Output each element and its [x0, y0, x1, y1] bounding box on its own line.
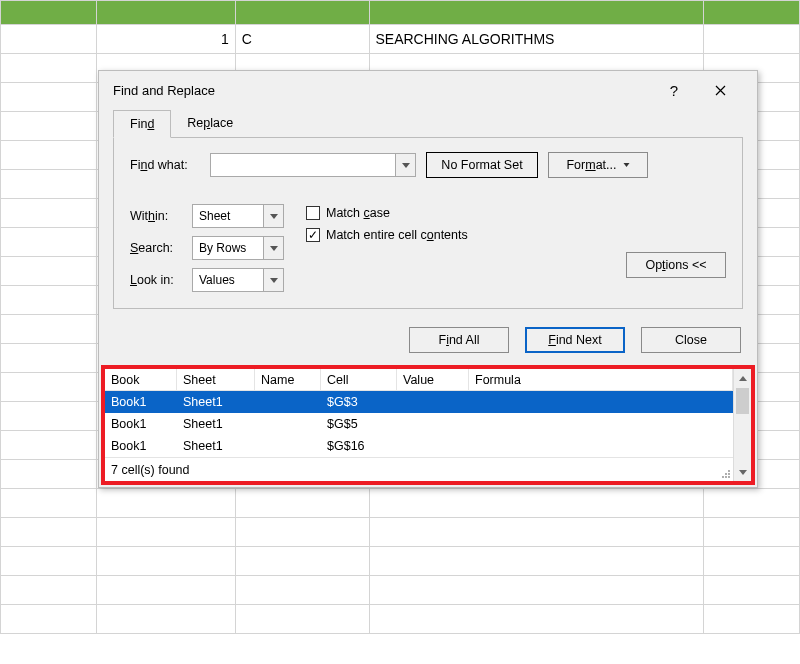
- svg-point-1: [725, 473, 727, 475]
- match-entire-checkbox[interactable]: [306, 228, 320, 242]
- no-format-button[interactable]: No Format Set: [426, 152, 538, 178]
- resize-grip-icon[interactable]: [719, 467, 731, 479]
- results-scrollbar[interactable]: [733, 369, 751, 481]
- results-row[interactable]: Book1 Sheet1 $G$16: [105, 435, 733, 457]
- results-status: 7 cell(s) found: [105, 457, 733, 481]
- results-row[interactable]: Book1 Sheet1 $G$5: [105, 413, 733, 435]
- chevron-down-icon[interactable]: [263, 269, 283, 291]
- find-all-button[interactable]: Find All: [409, 327, 509, 353]
- tab-find[interactable]: Find: [113, 110, 171, 138]
- scroll-up-icon[interactable]: [734, 369, 751, 387]
- find-what-input[interactable]: [210, 153, 416, 177]
- close-icon[interactable]: [697, 71, 743, 109]
- svg-point-5: [728, 476, 730, 478]
- format-button[interactable]: Format...: [548, 152, 648, 178]
- svg-point-4: [725, 476, 727, 478]
- dialog-body: Find what: No Format Set Format... Withi…: [113, 137, 743, 309]
- lookin-label: Look in:: [130, 273, 182, 287]
- dialog-title: Find and Replace: [113, 83, 651, 98]
- find-replace-dialog: Find and Replace ? Find Replace Find wha…: [98, 70, 758, 488]
- dialog-titlebar[interactable]: Find and Replace ?: [99, 71, 757, 109]
- within-label: Within:: [130, 209, 182, 223]
- cell-c2[interactable]: C: [235, 25, 369, 54]
- options-button[interactable]: Options <<: [626, 252, 726, 278]
- results-header[interactable]: Book Sheet Name Cell Value Formula: [105, 369, 733, 391]
- col-formula[interactable]: Formula: [469, 369, 733, 390]
- scrollbar-thumb[interactable]: [736, 388, 749, 414]
- svg-point-3: [722, 476, 724, 478]
- lookin-select[interactable]: Values: [192, 268, 284, 292]
- match-case-label: Match case: [326, 206, 390, 220]
- cell-b2[interactable]: 1: [97, 25, 236, 54]
- find-what-label: Find what:: [130, 158, 200, 172]
- chevron-down-icon[interactable]: [263, 205, 283, 227]
- col-sheet[interactable]: Sheet: [177, 369, 255, 390]
- cell-d2[interactable]: SEARCHING ALGORITHMS: [369, 25, 703, 54]
- results-panel: Book Sheet Name Cell Value Formula Book1…: [101, 365, 755, 485]
- match-entire-label: Match entire cell contents: [326, 228, 468, 242]
- svg-point-2: [728, 473, 730, 475]
- chevron-down-icon: [623, 163, 630, 167]
- col-value[interactable]: Value: [397, 369, 469, 390]
- search-label: Search:: [130, 241, 182, 255]
- results-row[interactable]: Book1 Sheet1 $G$3: [105, 391, 733, 413]
- scroll-down-icon[interactable]: [734, 463, 751, 481]
- help-button[interactable]: ?: [651, 71, 697, 109]
- tab-replace[interactable]: Replace: [171, 110, 249, 138]
- find-what-dropdown-icon[interactable]: [395, 154, 415, 176]
- col-name[interactable]: Name: [255, 369, 321, 390]
- col-book[interactable]: Book: [105, 369, 177, 390]
- col-cell[interactable]: Cell: [321, 369, 397, 390]
- svg-point-0: [728, 470, 730, 472]
- find-next-button[interactable]: Find Next: [525, 327, 625, 353]
- search-select[interactable]: By Rows: [192, 236, 284, 260]
- within-select[interactable]: Sheet: [192, 204, 284, 228]
- match-case-checkbox[interactable]: [306, 206, 320, 220]
- close-button[interactable]: Close: [641, 327, 741, 353]
- chevron-down-icon[interactable]: [263, 237, 283, 259]
